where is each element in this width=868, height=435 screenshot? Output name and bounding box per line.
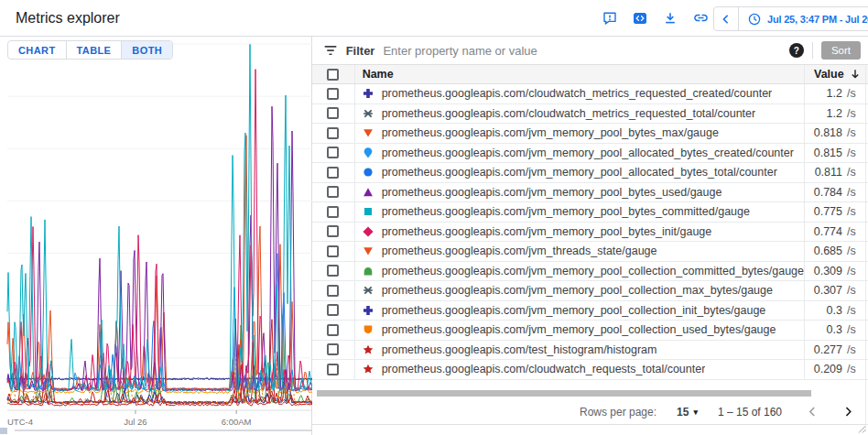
triangle-down-icon [363, 245, 374, 256]
page-title: Metrics explorer [16, 10, 120, 27]
table-row[interactable]: prometheus.googleapis.com/jvm_memory_poo… [312, 183, 868, 203]
metric-name: prometheus.googleapis.com/jvm_memory_poo… [382, 265, 804, 277]
row-checkbox[interactable] [327, 364, 339, 375]
row-checkbox[interactable] [327, 206, 339, 218]
page-size-select[interactable]: 15 ▾ [677, 406, 698, 419]
chevron-left-icon[interactable] [806, 405, 819, 419]
rows-per-page-label: Rows per page: [580, 406, 656, 419]
row-checkbox[interactable] [327, 127, 339, 139]
row-checkbox[interactable] [327, 324, 339, 336]
metric-unit: /s [847, 363, 861, 375]
table-row[interactable]: prometheus.googleapis.com/jvm_memory_poo… [312, 163, 868, 183]
svg-text:6:00AM: 6:00AM [222, 417, 252, 427]
feedback-icon[interactable] [598, 6, 622, 30]
metric-unit: /s [847, 245, 861, 257]
value-column-header[interactable]: Value [804, 65, 868, 83]
chevron-right-icon[interactable] [841, 405, 855, 419]
metric-value: 0.309 [813, 265, 842, 277]
chevron-left-icon[interactable] [714, 7, 739, 30]
dome-icon [363, 266, 374, 277]
metric-value: 1.2 [813, 107, 842, 120]
table-row[interactable]: prometheus.googleapis.com/jvm_memory_poo… [312, 223, 868, 243]
metric-name: prometheus.googleapis.com/test_histogram… [382, 343, 657, 356]
metric-unit: /s [847, 126, 861, 139]
metric-value: 0.685 [813, 245, 842, 257]
table-row[interactable]: prometheus.googleapis.com/jvm_memory_poo… [312, 262, 868, 282]
metric-name: prometheus.googleapis.com/jvm_memory_poo… [382, 126, 719, 139]
metric-value: 0.784 [813, 186, 842, 199]
table-row[interactable]: prometheus.googleapis.com/cloudwatch_met… [312, 104, 868, 125]
row-checkbox[interactable] [327, 88, 339, 100]
row-checkbox[interactable] [327, 245, 339, 257]
table-row[interactable]: prometheus.googleapis.com/cloudwatch_req… [312, 360, 868, 380]
arrow-down-icon [849, 68, 862, 81]
star-icon [363, 344, 374, 355]
metric-value: 0.815 [813, 147, 842, 159]
view-mode-tabs: CHART TABLE BOTH [7, 40, 173, 60]
table-row[interactable]: prometheus.googleapis.com/jvm_memory_poo… [312, 144, 868, 164]
table-horizontal-scrollbar[interactable] [317, 390, 812, 397]
row-checkbox[interactable] [327, 304, 339, 316]
metric-unit: /s [847, 284, 861, 297]
caret-down-icon: ▾ [693, 408, 698, 417]
divider [865, 66, 866, 432]
panel-footer [312, 424, 868, 435]
link-icon[interactable] [689, 6, 712, 30]
table-row[interactable]: prometheus.googleapis.com/jvm_memory_poo… [312, 202, 868, 223]
table-row[interactable]: prometheus.googleapis.com/jvm_memory_poo… [312, 281, 868, 301]
table-row[interactable]: prometheus.googleapis.com/test_histogram… [312, 341, 868, 361]
tab-both[interactable]: BOTH [121, 41, 172, 59]
metrics-table-panel: Filter ? Sort Name Value prometheus.goog… [312, 37, 868, 435]
app-header: Metrics explorer Jul 25, 3:47 PM - Jul 2… [0, 0, 868, 37]
metric-unit: /s [847, 166, 861, 179]
metric-value: 1.2 [813, 87, 842, 100]
time-range-button[interactable]: Jul 25, 3:47 PM - Jul 26, 3:4 [739, 7, 868, 30]
filter-bar: Filter ? Sort [312, 37, 868, 64]
shield-icon [363, 324, 374, 335]
row-checkbox[interactable] [327, 167, 339, 179]
metric-value: 0.307 [813, 284, 842, 297]
row-checkbox[interactable] [327, 285, 339, 297]
row-checkbox[interactable] [327, 107, 339, 119]
help-icon[interactable]: ? [789, 43, 804, 58]
row-checkbox[interactable] [327, 225, 339, 237]
filter-input[interactable] [383, 44, 780, 58]
triangle-down-icon [363, 127, 374, 138]
time-range-control: Jul 25, 3:47 PM - Jul 26, 3:4 [713, 6, 868, 31]
row-checkbox[interactable] [327, 186, 339, 198]
table-row[interactable]: prometheus.googleapis.com/jvm_memory_poo… [312, 321, 868, 341]
row-checkbox[interactable] [327, 343, 339, 355]
metric-unit: /s [847, 107, 861, 120]
table-row[interactable]: prometheus.googleapis.com/jvm_threads_st… [312, 242, 868, 262]
table-header: Name Value [312, 64, 868, 84]
table-row[interactable]: prometheus.googleapis.com/cloudwatch_met… [312, 84, 868, 104]
tab-chart[interactable]: CHART [8, 41, 66, 59]
metric-name: prometheus.googleapis.com/jvm_memory_poo… [382, 284, 773, 297]
metric-unit: /s [847, 186, 861, 199]
metric-unit: /s [847, 265, 861, 277]
sort-button[interactable]: Sort [821, 41, 861, 60]
download-icon[interactable] [658, 6, 682, 30]
svg-text:UTC-4: UTC-4 [7, 417, 33, 427]
name-column-header[interactable]: Name [355, 68, 804, 81]
star-icon [363, 364, 374, 375]
metric-value: 0.3 [813, 323, 842, 336]
select-all-checkbox[interactable] [327, 69, 339, 81]
metric-unit: /s [847, 304, 861, 317]
pagination: Rows per page: 15 ▾ 1 – 15 of 160 [312, 400, 868, 424]
table-row[interactable]: prometheus.googleapis.com/jvm_memory_poo… [312, 124, 868, 144]
metric-name: prometheus.googleapis.com/jvm_memory_poo… [382, 225, 712, 238]
diamond-icon [363, 226, 374, 237]
code-icon[interactable] [628, 6, 652, 30]
asterisk-icon [363, 285, 374, 296]
chart-scroll-corner [0, 428, 7, 434]
tab-table[interactable]: TABLE [66, 41, 122, 59]
metric-unit: /s [847, 147, 861, 159]
row-checkbox[interactable] [327, 147, 339, 158]
row-checkbox[interactable] [327, 265, 339, 277]
table-row[interactable]: prometheus.googleapis.com/jvm_memory_poo… [312, 301, 868, 321]
filter-icon [323, 43, 338, 58]
metric-unit: /s [847, 225, 861, 238]
square-icon [363, 206, 374, 217]
metric-name: prometheus.googleapis.com/cloudwatch_met… [382, 107, 756, 120]
